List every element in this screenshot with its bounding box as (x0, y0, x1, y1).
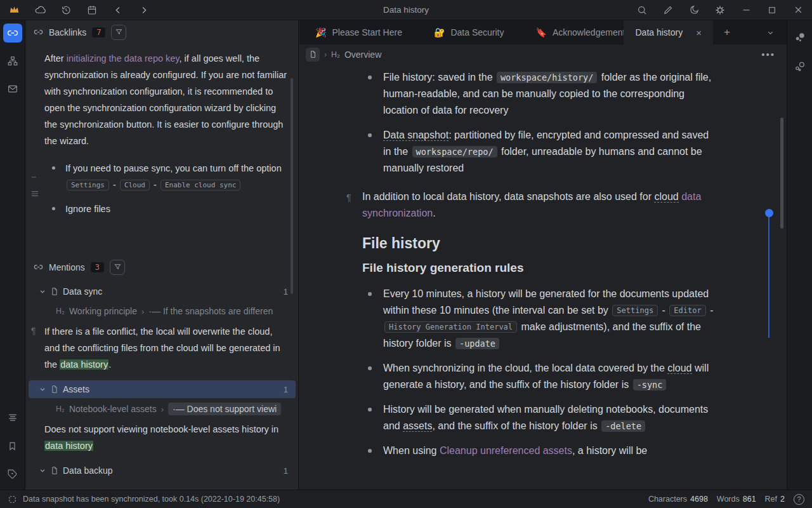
close-icon[interactable] (792, 4, 804, 17)
logo-crown-icon[interactable] (8, 4, 20, 17)
paragraph-icon: ¶ (346, 189, 351, 206)
history-icon[interactable] (60, 4, 72, 17)
scroll-position-dot[interactable] (765, 209, 773, 217)
graph-view-icon (794, 31, 806, 44)
more-options-icon[interactable]: ••• (761, 49, 775, 60)
mention-doc-row-assets[interactable]: Assets 1 (29, 380, 296, 398)
mention-subitem[interactable]: H₂ Working principle › ·— If the snapsho… (26, 303, 292, 319)
edit-pencil-icon[interactable] (662, 4, 674, 17)
tab-data-history[interactable]: Data history × (624, 20, 712, 44)
forward-icon[interactable] (138, 4, 150, 17)
mention-doc-row-data-sync[interactable]: Data sync 1 (29, 283, 296, 300)
maximize-icon[interactable] (766, 4, 778, 17)
status-bar: Data snapshot has been synchronized, too… (0, 490, 812, 508)
backlink-list: If you need to pause sync, you can turn … (44, 160, 288, 217)
dock-bookmark-button[interactable] (3, 436, 22, 455)
backlinks-count-badge: 7 (92, 27, 105, 37)
list-block-icon (30, 189, 40, 199)
titlebar-right-icons (636, 4, 804, 17)
mention-doc-row-data-backup[interactable]: Data backup 1 (29, 462, 296, 479)
breadcrumb-heading[interactable]: Overview (344, 50, 381, 60)
calendar-icon[interactable] (86, 4, 98, 17)
document-icon[interactable] (306, 48, 320, 62)
cloud-sync-icon[interactable] (34, 4, 46, 17)
tag-icon (7, 469, 18, 479)
dock-inbox-button[interactable] (3, 79, 22, 98)
outline-icon (7, 412, 18, 424)
tab-bar: 🎉 Please Start Here 🔐 Data Security 🔖 Ac… (299, 20, 787, 44)
backlink-list-item[interactable]: Ignore files (44, 201, 288, 217)
mention-count: 1 (284, 466, 288, 476)
dock-global-graph-button[interactable] (790, 57, 809, 76)
chevron-down-icon[interactable] (39, 385, 46, 393)
mentions-header[interactable]: Mentions 3 (26, 255, 298, 279)
dark-mode-moon-icon[interactable] (688, 4, 700, 17)
backlinks-title: Backlinks (49, 27, 86, 37)
document-icon (50, 385, 59, 394)
dock-tag-button[interactable] (3, 464, 22, 483)
backlink-paragraph[interactable]: After initializing the data repo key, if… (44, 50, 288, 149)
heading-level-tag: H₂ (331, 50, 340, 59)
backlinks-header[interactable]: Backlinks 7 (26, 20, 298, 44)
backlink-list-item[interactable]: If you need to pause sync, you can turn … (44, 160, 288, 194)
titlebar: Data history (0, 0, 812, 20)
inbox-mail-icon (7, 83, 18, 95)
mention-subitem[interactable]: H₂ Notebook-level assets › ·— Does not s… (26, 401, 292, 417)
tab-emoji: 🔐 (434, 27, 445, 37)
tab-data-security[interactable]: 🔐 Data Security (418, 20, 520, 44)
tab-list-chevron-icon[interactable] (754, 20, 787, 44)
chevron-down-icon[interactable] (39, 288, 46, 295)
scroll-position-line (768, 216, 769, 338)
minimize-icon[interactable] (740, 4, 752, 17)
backlinks-panel: Backlinks 7 After initializing the data … (26, 20, 299, 490)
filter-funnel-icon (114, 263, 122, 271)
search-icon[interactable] (636, 4, 648, 17)
backlinks-filter-button[interactable] (111, 25, 126, 40)
list-item[interactable]: File history: saved in the workspace/his… (362, 69, 716, 119)
drag-handle-icon (30, 172, 40, 182)
ref-counter: Ref2 (765, 495, 785, 504)
heading-file-history[interactable]: File history (362, 235, 716, 251)
mentions-filter-button[interactable] (110, 260, 125, 275)
dock-backlinks-button[interactable] (3, 23, 22, 43)
document-icon (50, 466, 59, 475)
dock-graph-view-button[interactable] (790, 28, 809, 47)
backlinks-link-icon (34, 27, 43, 37)
mentions-link-icon (34, 262, 43, 272)
back-icon[interactable] (112, 4, 124, 17)
mention-count: 1 (284, 287, 288, 297)
list-item[interactable]: When synchronizing in the cloud, the loc… (362, 360, 716, 393)
tab-acknowledgements[interactable]: 🔖 Acknowledgements (520, 20, 624, 44)
mentions-content: Data sync 1 H₂ Working principle › ·— If… (26, 279, 298, 479)
tab-emoji: 🎉 (315, 27, 326, 37)
mention-paragraph[interactable]: ¶ If there is a file conflict, the local… (26, 323, 288, 373)
dock-graph-button[interactable] (3, 51, 22, 70)
chevron-right-icon: › (161, 404, 164, 414)
new-tab-button[interactable]: + (713, 20, 741, 44)
paragraph-icon: ¶ (31, 323, 36, 339)
tab-please-start-here[interactable]: 🎉 Please Start Here (299, 20, 418, 44)
editor-scrollbar[interactable] (780, 117, 783, 229)
heading-generation-rules[interactable]: File history generation rules (362, 260, 716, 276)
titlebar-left-icons (8, 4, 150, 17)
list-item[interactable]: When using Cleanup unreferenced assets, … (362, 443, 716, 459)
paragraph[interactable]: ¶ In addition to local data history, dat… (362, 189, 716, 222)
words-counter: Words861 (717, 495, 756, 504)
block-gutter[interactable] (30, 172, 40, 199)
list-item[interactable]: History will be generated when manually … (362, 401, 716, 434)
mention-paragraph[interactable]: Does not support viewing notebook-level … (26, 421, 288, 454)
document-content: File history: saved in the workspace/his… (299, 64, 787, 459)
bullet-list: Every 10 minutes, a history will be gene… (362, 286, 716, 459)
help-icon[interactable]: ? (794, 494, 804, 505)
right-dock (787, 20, 812, 490)
filter-funnel-icon (115, 28, 123, 36)
left-panel-scrollbar[interactable] (291, 78, 293, 294)
chevron-down-icon[interactable] (39, 467, 46, 474)
bullet-list: File history: saved in the workspace/his… (362, 69, 716, 177)
settings-gear-icon[interactable] (714, 4, 726, 17)
status-message: Data snapshot has been synchronized, too… (23, 495, 280, 504)
dock-outline-button[interactable] (3, 408, 22, 427)
list-item[interactable]: Data snapshot: partitioned by file, encr… (362, 127, 716, 177)
tab-close-icon[interactable]: × (696, 27, 702, 38)
list-item[interactable]: Every 10 minutes, a history will be gene… (362, 286, 716, 352)
